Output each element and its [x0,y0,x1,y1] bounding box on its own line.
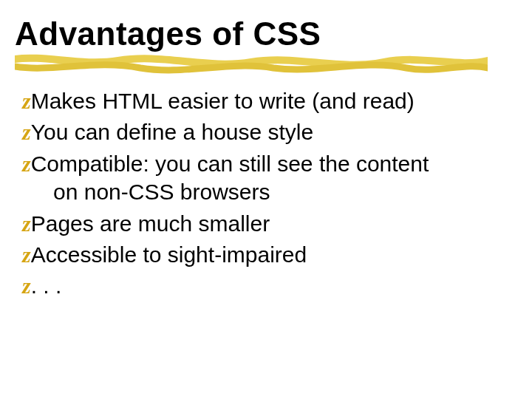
title-area: Advantages of CSS [15,16,517,52]
slide: Advantages of CSS zMakes HTML easier to … [0,0,532,399]
bullet-marker-icon: z [22,211,31,236]
bullet-text: . . . [31,273,62,298]
bullet-marker-icon: z [22,89,31,113]
bullet-list: zMakes HTML easier to write (and read) z… [22,87,495,304]
list-item: zPages are much smaller [22,210,495,238]
bullet-text: Makes HTML easier to write (and read) [31,89,415,113]
bullet-text: Accessible to sight-impaired [31,242,307,267]
bullet-marker-icon: z [22,242,31,267]
bullet-text: Compatible: you can still see the conten… [31,151,429,176]
list-item: zYou can define a house style [22,118,495,146]
bullet-marker-icon: z [22,151,31,176]
bullet-text: Pages are much smaller [31,211,270,236]
list-item: zMakes HTML easier to write (and read) [22,87,495,115]
slide-title: Advantages of CSS [15,16,517,52]
list-item: z. . . [22,272,495,300]
bullet-text: You can define a house style [31,120,314,144]
bullet-marker-icon: z [22,120,31,144]
list-item: zCompatible: you can still see the conte… [22,150,495,207]
list-item: zAccessible to sight-impaired [22,241,495,269]
bullet-text-continuation: on non-CSS browsers [53,178,495,206]
bullet-marker-icon: z [22,273,31,298]
title-underline-decoration [15,52,488,75]
